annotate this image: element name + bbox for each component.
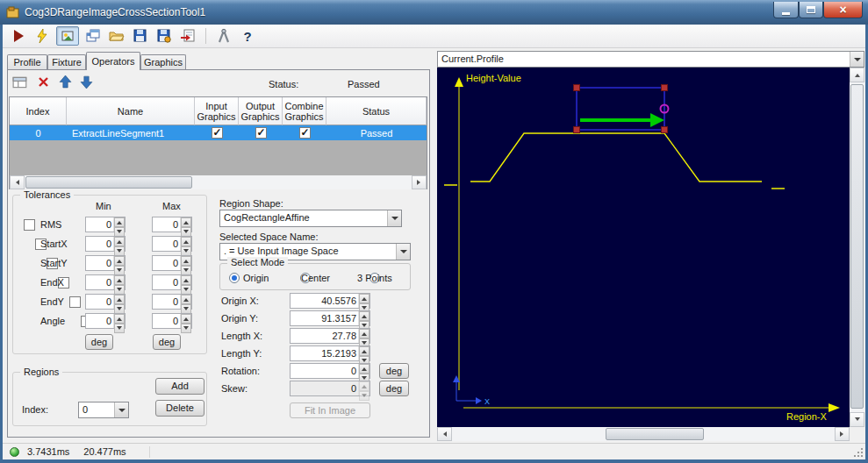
spin-up-button[interactable] (181, 237, 191, 246)
tab-graphics[interactable]: Graphics (140, 54, 186, 69)
spin-down-button[interactable] (181, 324, 191, 333)
tolerance-starty-max-spinner[interactable]: 0 (152, 255, 192, 271)
tolerance-endy-checkbox[interactable] (69, 296, 81, 308)
spin-up-button[interactable] (181, 217, 191, 227)
scroll-right-button[interactable] (412, 175, 427, 189)
spin-up-button[interactable] (359, 329, 369, 338)
tolerance-starty-min-spinner[interactable]: 0 (85, 255, 126, 271)
spin-up-button[interactable] (359, 311, 369, 321)
operator-table-row[interactable]: 0 ExtractLineSegment1 Passed (10, 125, 427, 140)
profile-plot-canvas[interactable]: Height-Value Region-X X (437, 68, 850, 427)
tolerance-rms-checkbox[interactable] (24, 219, 35, 231)
help-button[interactable]: ? (238, 26, 257, 46)
close-button[interactable]: × (823, 2, 863, 18)
space-axes-indicator (456, 380, 477, 401)
spin-up-button[interactable] (181, 275, 191, 285)
table-horizontal-scrollbar[interactable] (10, 175, 427, 189)
scroll-thumb[interactable] (606, 428, 704, 440)
tolerance-angle-max-spinner[interactable]: 0 (152, 313, 192, 329)
rotation-deg-button[interactable]: deg (379, 363, 409, 379)
save-file-button[interactable] (131, 26, 150, 46)
spin-up-button[interactable] (181, 314, 191, 324)
spin-up-button[interactable] (181, 295, 191, 304)
add-operator-button[interactable] (12, 75, 28, 92)
run-status-indicator (10, 447, 19, 457)
spin-down-button[interactable] (359, 391, 369, 401)
save-image-button[interactable] (154, 26, 174, 46)
spin-up-button[interactable] (359, 364, 369, 374)
region-index-dropdown[interactable]: 0 (78, 402, 129, 418)
add-region-button[interactable]: Add (155, 378, 204, 395)
dropdown-arrow-icon[interactable] (114, 402, 128, 417)
tab-fixture[interactable]: Fixture (47, 54, 86, 69)
scroll-left-button[interactable] (437, 427, 452, 441)
min-deg-button[interactable]: deg (85, 334, 113, 350)
dropdown-arrow-icon[interactable] (396, 244, 410, 260)
length-x-spinner[interactable]: 27.78 (290, 328, 370, 344)
spin-up-button[interactable] (181, 256, 191, 266)
dropdown-arrow-icon[interactable] (387, 210, 401, 226)
fit-in-image-button[interactable]: Fit In Image (290, 402, 370, 418)
scroll-down-button[interactable] (850, 412, 864, 427)
tab-operators[interactable]: Operators (86, 52, 140, 70)
output-graphics-checkbox[interactable] (255, 127, 267, 139)
import-results-button[interactable] (178, 26, 197, 46)
image-display-toggle-button[interactable] (56, 26, 79, 46)
scroll-up-button[interactable] (850, 68, 864, 82)
tolerance-startx-max-spinner[interactable]: 0 (152, 236, 192, 252)
tolerance-endx-min-spinner[interactable]: 0 (85, 274, 126, 290)
plot-vertical-scrollbar[interactable] (850, 68, 864, 427)
tolerance-angle-min-spinner[interactable]: 0 (85, 313, 126, 329)
resize-grip[interactable] (854, 448, 863, 457)
tolerance-startx-min-spinner[interactable]: 0 (85, 236, 126, 252)
length-y-spinner[interactable]: 15.2193 (290, 345, 370, 361)
calibrate-button[interactable] (214, 26, 233, 46)
origin-mode-radio[interactable] (229, 273, 240, 283)
spin-up-button[interactable] (114, 237, 125, 246)
spin-up-button[interactable] (114, 275, 125, 285)
origin-y-spinner[interactable]: 91.3157 (290, 310, 370, 326)
scroll-thumb[interactable] (850, 84, 864, 409)
delete-region-button[interactable]: Delete (155, 400, 204, 417)
tab-profile[interactable]: Profile (7, 54, 47, 69)
delete-operator-button[interactable] (37, 75, 50, 90)
minimize-button[interactable] (773, 2, 799, 18)
tolerance-endy-min-spinner[interactable]: 0 (85, 294, 126, 310)
rotation-spinner[interactable]: 0 (290, 363, 370, 379)
skew-deg-button[interactable]: deg (379, 381, 409, 396)
tolerance-rms-max-spinner[interactable]: 0 (152, 217, 192, 232)
tolerance-endy-max-spinner[interactable]: 0 (152, 294, 192, 310)
dropdown-arrow-icon[interactable] (850, 52, 864, 67)
scroll-left-button[interactable] (10, 175, 25, 189)
spin-up-button[interactable] (359, 294, 369, 303)
import-icon (180, 28, 196, 44)
open-file-button[interactable] (107, 26, 126, 46)
spin-up-button[interactable] (359, 346, 369, 356)
spin-up-button[interactable] (114, 295, 125, 304)
spin-up-button[interactable] (114, 256, 125, 266)
tolerance-rms-min-spinner[interactable]: 0 (85, 217, 126, 232)
maximize-button[interactable] (799, 2, 823, 18)
electric-run-button[interactable] (32, 26, 52, 46)
plot-horizontal-scrollbar[interactable] (437, 427, 850, 441)
combine-graphics-checkbox[interactable] (299, 127, 311, 139)
spin-up-button[interactable] (359, 381, 369, 391)
scroll-right-button[interactable] (835, 427, 850, 441)
spin-up-button[interactable] (114, 314, 125, 324)
tolerance-endx-max-spinner[interactable]: 0 (152, 274, 192, 290)
input-graphics-checkbox[interactable] (212, 127, 223, 139)
spin-up-button[interactable] (114, 217, 125, 227)
new-window-button[interactable] (83, 26, 103, 46)
region-direction-arrowhead-icon[interactable] (650, 113, 664, 127)
scroll-thumb[interactable] (25, 176, 192, 189)
max-deg-button[interactable]: deg (153, 334, 181, 350)
spin-down-button[interactable] (114, 324, 125, 333)
skew-spinner[interactable]: 0 (290, 381, 370, 396)
move-operator-down-button[interactable] (79, 75, 94, 91)
origin-x-spinner[interactable]: 40.5576 (290, 293, 370, 309)
window-icon[interactable] (6, 5, 20, 19)
run-button[interactable] (9, 26, 28, 46)
move-operator-up-button[interactable] (58, 75, 73, 91)
profile-record-selector[interactable]: Current.Profile (437, 51, 864, 68)
region-shape-dropdown[interactable]: CogRectangleAffine (219, 210, 402, 227)
